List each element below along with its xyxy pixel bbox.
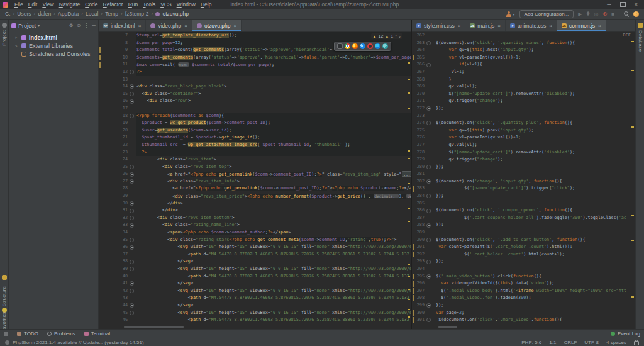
gutter[interactable]: 27	[99, 178, 136, 186]
menu-run[interactable]: Run	[126, 1, 141, 8]
gutter[interactable]: 11	[99, 61, 136, 69]
breadcrumb-item[interactable]: AppData	[58, 11, 79, 17]
code-line[interactable]: 38 </svg>	[99, 258, 411, 265]
caret-position[interactable]: 1:1	[549, 340, 556, 345]
tool-tab-project[interactable]: Project	[1, 30, 7, 46]
fold-icon[interactable]	[130, 238, 134, 242]
code-line[interactable]: 262	[412, 32, 635, 40]
hide-panel-icon[interactable]: ─	[92, 23, 96, 28]
code-line[interactable]: 271 qv.trigger("change");	[412, 98, 635, 105]
gutter[interactable]: 44	[99, 302, 136, 310]
fold-icon[interactable]	[130, 303, 134, 308]
fold-icon[interactable]	[426, 238, 431, 242]
indent-setting[interactable]: 4 spaces	[606, 340, 626, 345]
options-icon[interactable]: ⋮	[84, 23, 89, 28]
close-icon[interactable]: ×	[138, 23, 142, 29]
gutter[interactable]: 284	[412, 193, 433, 200]
gutter[interactable]: 18	[99, 113, 136, 120]
gutter[interactable]: 46	[99, 316, 136, 324]
code-line[interactable]: 263 $(document).on('click', '.quantity_m…	[412, 40, 635, 47]
menu-navigate[interactable]: Navigate	[57, 1, 83, 8]
menu-view[interactable]: View	[40, 1, 56, 8]
gutter[interactable]: 271	[412, 98, 433, 105]
tab-style-min-css[interactable]: #style.min.css×	[412, 20, 465, 31]
database-tool-icon[interactable]	[638, 23, 643, 28]
code-line[interactable]: 265 var vl=parseInt(qv.val())-1;	[412, 54, 635, 62]
run-button[interactable]: ▶	[578, 11, 582, 17]
project-panel-title[interactable]: Project	[18, 23, 36, 29]
code-line[interactable]: 276 var vl=parseInt(qv.val())+1;	[412, 134, 635, 142]
tree-expand-icon[interactable]: >	[15, 36, 19, 40]
menu-window[interactable]: Window	[174, 1, 198, 8]
fold-icon[interactable]	[426, 41, 431, 45]
gutter[interactable]: 39	[99, 265, 136, 273]
code-line[interactable]: 301 $(document).on('click','.more_video'…	[412, 316, 635, 324]
close-icon[interactable]: ×	[234, 23, 237, 29]
menu-tools[interactable]: Tools	[140, 1, 158, 8]
gutter[interactable]: 297	[412, 287, 433, 295]
code-line[interactable]: 11$max_comm=ceil( num: $comments_total/$…	[99, 61, 411, 69]
code-line[interactable]: 288 });	[412, 221, 635, 229]
gutter[interactable]: 45	[99, 310, 136, 317]
code-line[interactable]: 42 <svg width="16" height="15" viewBox="…	[99, 287, 411, 295]
event-log-tab[interactable]: Event Log	[611, 331, 640, 337]
locate-file-icon[interactable]: ⊙	[77, 23, 81, 28]
gutter[interactable]: 277	[412, 142, 433, 149]
gutter[interactable]: 32	[99, 215, 136, 222]
maximize-button[interactable]	[620, 2, 626, 7]
code-line[interactable]: 27 <div class="revs_item_info">	[99, 178, 411, 186]
code-line[interactable]: 273	[412, 113, 635, 120]
encoding[interactable]: UTF-8	[584, 340, 599, 345]
code-line[interactable]: 28 <a href="<?php echo get_permalink($co…	[99, 185, 411, 193]
fold-icon[interactable]	[426, 303, 431, 308]
close-icon[interactable]: ×	[458, 23, 461, 29]
menu-file[interactable]: File	[12, 1, 26, 8]
code-line[interactable]: 291 var count=parseInt($('.cart_holder .…	[412, 243, 635, 251]
code-line[interactable]: 293 });	[412, 258, 635, 265]
fold-icon[interactable]	[130, 201, 134, 206]
gutter[interactable]: 266	[412, 61, 433, 69]
code-line[interactable]: 274 $(document).on('click', '.quantity_p…	[412, 120, 635, 127]
gutter[interactable]: 41	[99, 280, 136, 287]
code-line[interactable]: 45 <svg width="16" height="15" viewBox="…	[99, 310, 411, 317]
add-configuration-button[interactable]: Add Configuration...	[519, 10, 574, 18]
code-line[interactable]: 33 <div class="rating_name_line">	[99, 221, 411, 229]
menu-refactor[interactable]: Refactor	[101, 1, 126, 8]
gutter[interactable]: 296	[412, 280, 433, 287]
tab-common-js[interactable]: JScommon.js×	[557, 20, 606, 31]
opera-icon[interactable]	[367, 43, 373, 49]
close-icon[interactable]: ×	[184, 23, 187, 29]
gutter[interactable]: 280	[412, 164, 433, 171]
code-line[interactable]: 298 $('.modal_video,.fon').fadeIn(300);	[412, 294, 635, 302]
code-line[interactable]: 21 $post_thumbnail_id = $product->get_im…	[99, 134, 411, 142]
code-line[interactable]: 23 ?>	[99, 149, 411, 157]
code-line[interactable]: 269 qv.val(vl);	[412, 83, 635, 91]
gutter[interactable]: 292	[412, 251, 433, 259]
lock-icon[interactable]	[634, 341, 639, 345]
gutter[interactable]: 26	[99, 170, 136, 178]
code-line[interactable]: 17	[99, 105, 411, 113]
gutter[interactable]: 20	[99, 127, 136, 135]
gutter[interactable]: 269	[412, 83, 433, 91]
code-line[interactable]: 270 $("[name='update_cart']").removeAttr…	[412, 91, 635, 98]
code-line[interactable]: 289	[412, 229, 635, 237]
gutter[interactable]: 37	[99, 251, 136, 259]
gutter[interactable]: 288	[412, 221, 433, 229]
close-icon[interactable]: ×	[549, 23, 552, 29]
gutter[interactable]: 14	[99, 83, 136, 91]
code-line[interactable]: 24 <div class="revs_item">	[99, 156, 411, 164]
gutter[interactable]: 270	[412, 91, 433, 98]
gutter[interactable]: 36	[99, 243, 136, 251]
editor-left-code[interactable]: 7$temp_url=get_template_directory_uri();…	[99, 32, 411, 329]
tab-otzuvu-php[interactable]: otzuvu.php×	[192, 20, 242, 31]
code-line[interactable]: 20 $user=get_userdata($comm->user_id);	[99, 127, 411, 135]
close-button[interactable]: ×	[635, 2, 638, 8]
search-everywhere-icon[interactable]	[624, 11, 629, 16]
code-line[interactable]: 268 }	[412, 76, 635, 84]
gutter[interactable]: 42	[99, 287, 136, 295]
edge-icon[interactable]	[375, 43, 380, 49]
fold-icon[interactable]	[130, 260, 134, 264]
gutter[interactable]: 12	[99, 69, 136, 76]
breadcrumb-item[interactable]: Temp	[105, 11, 118, 17]
menu-vcs[interactable]: VCS	[158, 1, 174, 8]
